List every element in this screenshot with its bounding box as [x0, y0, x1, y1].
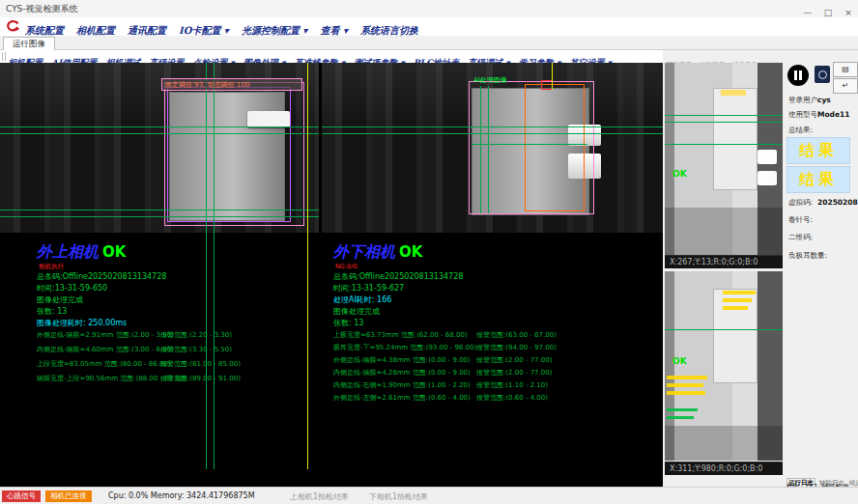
- measurement-list: 上极宽度=63.73mm 范围:(62.00 - 68.00) 报警范围:(63…: [333, 330, 623, 406]
- baseline-vline: [214, 63, 214, 469]
- warning-range: 报警范围:(63.00 - 67.00): [476, 330, 557, 340]
- bright-feature-blob: [758, 171, 777, 185]
- camera-status-badge: 相机已连接: [45, 490, 92, 502]
- measurement-row: 上极宽度=63.73mm 范围:(62.00 - 68.00) 报警范围:(63…: [333, 330, 623, 343]
- ai-elapsed-line: 处理AI耗时: 166: [333, 294, 391, 305]
- camera-view-upper[interactable]: 固定阈值:93, 动态阈值:100 外上相机OK 相机执行 总条码:Offlin…: [0, 63, 319, 469]
- login-user-value: cys: [817, 96, 831, 104]
- heartbeat-status-badge: 心跳信号: [2, 490, 41, 502]
- overlay-label-mini: [721, 90, 746, 96]
- login-user-label: 登录用户:: [788, 96, 820, 105]
- cpu-memory-readout: Cpu: 0.0% Memory: 3424.41796875M: [108, 491, 255, 500]
- roi-rectangle-orange: [525, 84, 585, 211]
- return-button[interactable]: ↵: [833, 78, 858, 94]
- exec-status: NG:0/0: [335, 263, 358, 270]
- baseline-line: [665, 122, 783, 123]
- qr-code-label: 二维码:: [788, 233, 813, 242]
- overlay-text-mini: [667, 383, 703, 387]
- cursor-vline-yellow: [307, 63, 308, 469]
- overlay-text-mini: [723, 291, 756, 294]
- virtual-code-label: 虚拟码:: [788, 198, 813, 208]
- measurement-row: 内侧足线-隔膜=4.60mm 范围:(3.00 - 6.00) 报警范围:(3.…: [37, 345, 319, 359]
- result-box-1: 结果: [786, 137, 850, 164]
- result-ok-badge: OK: [399, 243, 422, 261]
- main-area: 固定阈值:93, 动态阈值:100 外上相机OK 相机执行 总条码:Offlin…: [0, 63, 858, 487]
- overlay-text-mini: [723, 298, 752, 302]
- result-ok-badge: OK: [102, 243, 126, 261]
- barcode-line: 总条码:Offline2025020813134728: [333, 271, 463, 282]
- baseline-line: [665, 329, 783, 330]
- thumbnail-view-2[interactable]: OK: [665, 271, 783, 461]
- overlay-text-mini: [667, 376, 707, 379]
- baseline-line: [0, 210, 319, 210]
- model-value: Mode11: [817, 110, 850, 119]
- baseline-line: [0, 216, 319, 217]
- time-line: 时间:13-31-59-650: [37, 283, 107, 294]
- camera-capture-button[interactable]: [815, 66, 830, 83]
- thumbnail-view-1[interactable]: OK: [665, 63, 783, 255]
- ai-image-label: AI处理图像: [473, 75, 507, 85]
- measurement-value: 隔膜宽度-上段=90.56mm 范围:(88.00 - 92.00): [37, 374, 160, 383]
- window-title: CYS-视觉检测系统: [6, 3, 78, 15]
- measurement-value: 内侧足线-右侧=1.90mm 范围:(1.00 - 2.20): [333, 380, 476, 390]
- measurement-row: 外侧足线-隔膜=2.91mm 范围:(2.00 - 3.50) 报警范围:(2.…: [37, 330, 319, 345]
- pin-number-label: 卷针号:: [788, 215, 813, 225]
- overlay-text-mini: [667, 408, 698, 411]
- image-shade: [665, 208, 783, 255]
- total-result-label: 总结果:: [788, 126, 813, 135]
- baseline-line: [0, 133, 319, 134]
- warning-range: 报警范围:(1.10 - 2.10): [476, 380, 548, 390]
- measurement-row: 隔膜宽度-上段=90.56mm 范围:(88.00 - 92.00) 报警范围:…: [37, 374, 319, 388]
- camera-view-lower[interactable]: AI处理图像 外下相机OK NG:0/0 总条码:Offline20250208…: [322, 63, 663, 469]
- negative-tab-count-label: 负极耳数量:: [788, 251, 827, 261]
- upper-camera-hint: 上相机1拍检结果: [290, 491, 349, 502]
- result-ok-badge: OK: [672, 356, 687, 366]
- tab-run-image[interactable]: 运行图像: [3, 37, 55, 50]
- measurement-list: 外侧足线-隔膜=2.91mm 范围:(2.00 - 3.50) 报警范围:(2.…: [37, 330, 319, 388]
- cell-region: [713, 88, 758, 190]
- threshold-overlay-label: 固定阈值:93, 动态阈值:100: [161, 78, 302, 91]
- exec-status: 相机执行: [39, 263, 64, 271]
- baseline-vline: [488, 86, 489, 213]
- count-line: 张数: 13: [37, 306, 67, 317]
- status-line: 图像处理完成: [37, 294, 83, 305]
- titlebar: CYS-视觉检测系统 — □ ×: [0, 0, 858, 18]
- grid-view-button[interactable]: ▤: [833, 62, 858, 77]
- pause-button[interactable]: [787, 65, 809, 86]
- elapsed-line: 图像处理耗时: 250.00ms: [37, 318, 127, 328]
- sidebar: 画面显示缺陷显示结果显示 OK X:267;Y:13;R:0;G:0;B:0: [663, 50, 858, 487]
- measurement-value: 外侧足线-隔膜=2.91mm 范围:(2.00 - 3.50): [37, 330, 160, 340]
- camera-name: 外下相机: [333, 242, 395, 261]
- baseline-line: [0, 126, 319, 127]
- overlay-text-mini: [723, 306, 748, 310]
- control-panel: ▤ ↵ 登录用户: cys 使用型号: Mode11 总结果: 结果 结果 虚拟…: [785, 50, 858, 487]
- warning-range: 报警范围:(2.00 - 77.00): [476, 355, 552, 365]
- baseline-line: [472, 144, 587, 145]
- measurement-value: 外侧足线-隔膜=4.38mm 范围:(0.00 - 9.00): [333, 355, 476, 365]
- count-line: 张数: 13: [333, 318, 363, 328]
- model-label: 使用型号:: [788, 110, 820, 120]
- pause-icon: [799, 70, 802, 80]
- warning-range: 报警范围:(2.20 - 3.30): [160, 330, 232, 340]
- tab-strip: 运行图像: [0, 36, 858, 50]
- bright-feature-blob: [758, 150, 777, 164]
- measurement-value: 上段宽度=83.05mm 范围:(80.00 - 86.00): [37, 359, 160, 369]
- status-line: 图像处理完成: [333, 306, 380, 317]
- camera-result-title: 外下相机OK: [333, 242, 422, 263]
- overlay-text-mini: [667, 416, 694, 419]
- measurement-row: 外侧足线-隔膜=4.38mm 范围:(0.00 - 9.00) 报警范围:(2.…: [333, 355, 623, 368]
- pixel-coords-readout: X:311;Y:980;R:0;G:0;B:0: [665, 462, 783, 475]
- time-line: 时间:13-31-59-627: [333, 283, 404, 294]
- baseline-line: [322, 133, 663, 134]
- warning-range: 报警范围:(3.30 - 5.50): [160, 345, 232, 354]
- measurement-row: 内侧足线-隔膜=4.28mm 范围:(0.00 - 9.00) 报警范围:(2.…: [333, 368, 623, 380]
- pause-icon: [794, 70, 797, 80]
- baseline-vline: [480, 86, 481, 213]
- pixel-coords-readout: X:267;Y:13;R:0;G:0;B:0: [665, 255, 783, 268]
- measurement-value: 内侧足线-隔膜=4.60mm 范围:(3.00 - 6.00): [37, 345, 160, 354]
- menubar: 系统配置相机配置通讯配置IO卡配置 ▾光源控制配置 ▾查看 ▾系统语言切换: [0, 17, 858, 37]
- toolbar-grip-icon: [2, 52, 6, 61]
- warning-range: 报警范围:(89.00 - 91.00): [160, 374, 241, 383]
- warning-range: 报警范围:(81.00 - 85.00): [160, 359, 241, 369]
- baseline-line: [665, 144, 783, 145]
